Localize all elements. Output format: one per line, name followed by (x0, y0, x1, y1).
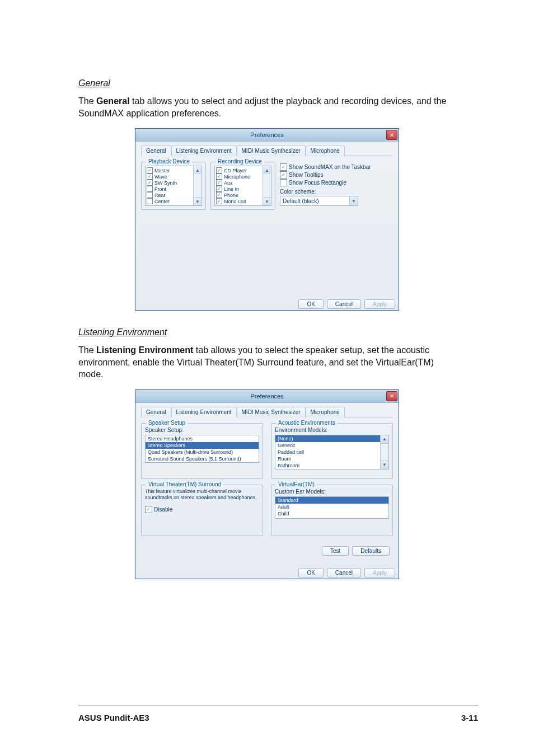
titlebar: Preferences ✕ (135, 129, 399, 142)
scrollbar[interactable]: ▲ ▼ (380, 435, 388, 469)
footer-page-number: 3-11 (461, 713, 478, 722)
para1-bold: General (96, 96, 130, 106)
chevron-down-icon[interactable]: ▼ (349, 196, 358, 205)
scroll-up-icon[interactable]: ▲ (381, 435, 388, 444)
recording-item-label: Phone (224, 192, 238, 198)
window-title: Preferences (250, 393, 283, 400)
section-paragraph-general: The General tab allows you to select and… (78, 95, 456, 119)
recording-item[interactable]: ✓Line In (216, 186, 270, 192)
env-option[interactable]: Room (275, 456, 388, 462)
para1-post: tab allows you to select and adjust the … (78, 96, 446, 118)
option-label: Show Tooltips (289, 172, 324, 178)
close-icon[interactable]: ✕ (386, 391, 397, 401)
para2-pre: The (78, 345, 96, 355)
playback-item[interactable]: Rear (147, 192, 200, 198)
color-scheme-value: Default (black) (283, 198, 318, 204)
preferences-window-listening: Preferences ✕ General Listening Environm… (135, 389, 399, 579)
option-label: Show Focus Rectangle (289, 180, 346, 186)
env-option[interactable]: (None) (275, 435, 388, 442)
para1-pre: The (78, 96, 96, 106)
recording-item-label: Line In (224, 186, 239, 192)
tab-microphone[interactable]: Microphone (306, 145, 345, 156)
speaker-option[interactable]: Stereo Speakers (146, 442, 259, 449)
option-label: Show SoundMAX on the Taskbar (289, 164, 371, 170)
recording-device-legend: Recording Device (216, 158, 264, 165)
scroll-up-icon[interactable]: ▲ (263, 166, 271, 175)
cancel-button[interactable]: Cancel (327, 299, 361, 309)
virtual-theater-desc: This feature virtualizes multi-channel m… (145, 489, 259, 501)
scroll-up-icon[interactable]: ▲ (193, 166, 202, 175)
scrollbar-track[interactable] (263, 174, 271, 198)
disable-checkbox[interactable]: ✓Disable (145, 506, 259, 513)
recording-item-label: CD Player (224, 168, 247, 173)
apply-button[interactable]: Apply (364, 568, 395, 577)
speaker-setup-list[interactable]: Stereo Headphones Stereo Speakers Quad S… (145, 435, 259, 463)
virtualear-legend: VirtualEar(TM) (276, 481, 317, 487)
environment-models-list[interactable]: ▲ ▼ (None) Generic Padded cell Room Bath… (275, 435, 389, 469)
env-option[interactable]: Padded cell (275, 449, 388, 456)
preferences-options: ✓Show SoundMAX on the Taskbar ✓Show Tool… (280, 162, 393, 210)
footer-product: ASUS Pundit-AE3 (78, 713, 149, 722)
test-button[interactable]: Test (322, 546, 349, 556)
scroll-down-icon[interactable]: ▼ (263, 197, 271, 205)
playback-device-list[interactable]: ▲ ▼ ✓Master ✓Wave ✓SW Synth Front Rear C… (145, 166, 202, 206)
color-scheme-label: Color scheme: (280, 189, 393, 195)
recording-item[interactable]: ✓Aux (216, 180, 270, 186)
section-heading-listening: Listening Environment (78, 327, 456, 337)
playback-item[interactable]: ✓Master (147, 167, 200, 173)
speaker-setup-label: Speaker Setup: (145, 427, 259, 433)
section-heading-general: General (78, 78, 456, 88)
speaker-option[interactable]: Quad Speakers (Multi-drive Surround) (146, 449, 259, 456)
show-taskbar-checkbox[interactable]: ✓Show SoundMAX on the Taskbar (280, 163, 393, 171)
recording-item-label: Aux (224, 180, 233, 186)
recording-item[interactable]: ✓Phone (216, 192, 270, 198)
playback-item[interactable]: Front (147, 186, 200, 192)
ear-option[interactable]: Adult (275, 504, 388, 510)
ear-models-list[interactable]: Standard Adult Child (275, 496, 389, 519)
disable-label: Disable (154, 506, 172, 513)
titlebar: Preferences ✕ (135, 390, 399, 403)
tab-midi-synth[interactable]: MIDI Music Synthesizer (237, 407, 306, 417)
recording-item-label: Mono Out (224, 199, 246, 204)
tabs-row: General Listening Environment MIDI Music… (141, 406, 393, 417)
close-icon[interactable]: ✕ (386, 130, 397, 140)
tab-microphone[interactable]: Microphone (306, 407, 345, 417)
scrollbar-track[interactable] (193, 174, 202, 198)
defaults-button[interactable]: Defaults (352, 546, 390, 556)
recording-item[interactable]: ✓CD Player (216, 167, 270, 173)
tab-general[interactable]: General (141, 407, 171, 417)
speaker-option[interactable]: Surround Sound Speakers (5.1 Surround) (146, 456, 259, 462)
env-option[interactable]: Bathroom (275, 462, 388, 469)
window-title: Preferences (250, 132, 283, 138)
recording-device-list[interactable]: ▲ ▼ ✓CD Player ✓Microphone ✓Aux ✓Line In… (214, 166, 271, 206)
playback-item-label: Center (154, 199, 170, 204)
ok-button[interactable]: OK (298, 299, 323, 309)
ok-button[interactable]: OK (298, 568, 323, 577)
apply-button[interactable]: Apply (364, 299, 395, 309)
playback-item-label: Wave (154, 174, 167, 180)
preferences-window-general: Preferences ✕ General Listening Environm… (135, 128, 399, 311)
show-tooltips-checkbox[interactable]: ✓Show Tooltips (280, 171, 393, 179)
scroll-down-icon[interactable]: ▼ (193, 197, 202, 205)
tab-general[interactable]: General (141, 145, 171, 156)
show-focus-checkbox[interactable]: Show Focus Rectangle (280, 179, 393, 186)
tab-midi-synth[interactable]: MIDI Music Synthesizer (237, 145, 306, 156)
button-bar: OK Cancel Apply (135, 294, 399, 310)
cancel-button[interactable]: Cancel (327, 568, 361, 577)
playback-item-label: Master (154, 168, 170, 173)
playback-item[interactable]: ✓Wave (147, 173, 200, 180)
virtual-theater-legend: Virtual Theater(TM) Surround (146, 481, 223, 487)
scroll-down-icon[interactable]: ▼ (381, 461, 388, 469)
speaker-option[interactable]: Stereo Headphones (146, 435, 259, 442)
ear-option[interactable]: Standard (275, 497, 388, 504)
recording-item-label: Microphone (224, 174, 250, 180)
tab-listening-environment[interactable]: Listening Environment (171, 145, 237, 156)
env-option[interactable]: Generic (275, 442, 388, 449)
recording-item[interactable]: ✓Microphone (216, 173, 270, 180)
ear-option[interactable]: Child (275, 510, 388, 517)
recording-item[interactable]: ✓Mono Out (216, 198, 270, 204)
color-scheme-select[interactable]: Default (black) ▼ (280, 196, 358, 206)
playback-item[interactable]: Center (147, 198, 200, 204)
playback-item[interactable]: ✓SW Synth (147, 180, 200, 186)
tab-listening-environment[interactable]: Listening Environment (171, 407, 237, 417)
